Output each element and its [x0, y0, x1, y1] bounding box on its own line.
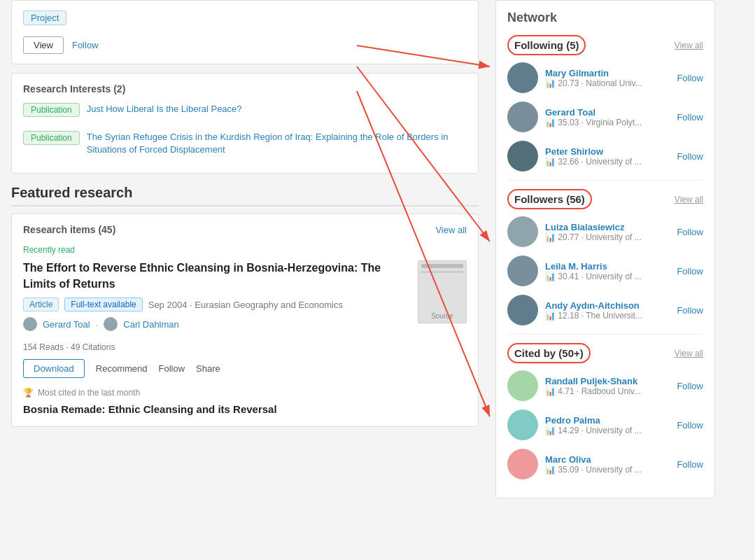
- person-info-gerard: Gerard Toal 📊 35.03 · Virginia Polyt...: [545, 107, 670, 127]
- publication-link-2[interactable]: The Syrian Refugee Crisis in the Kurdish…: [87, 131, 467, 156]
- avatar-pedro: [507, 410, 538, 440]
- person-meta-leila: 📊 30.41 · University of ...: [545, 272, 670, 281]
- follow-peter-button[interactable]: Follow: [677, 151, 703, 162]
- following-title: Following (5): [507, 35, 586, 55]
- person-meta-mary: 📊 20.73 · National Univ...: [545, 78, 670, 88]
- person-info-mary: Mary Gilmartin 📊 20.73 · National Univ..…: [545, 68, 670, 88]
- person-name-peter[interactable]: Peter Shirlow: [545, 146, 670, 157]
- avatar-randall: [507, 370, 538, 401]
- fulltext-tag: Full-text available: [64, 298, 142, 312]
- share-link[interactable]: Share: [196, 363, 220, 374]
- avatar-luiza: [507, 216, 538, 247]
- person-meta-peter: 📊 32.66 · University of ...: [545, 157, 670, 167]
- items-title: Research items (45): [23, 224, 115, 235]
- follow-marc-button[interactable]: Follow: [677, 459, 703, 470]
- follow-article-link[interactable]: Follow: [159, 363, 185, 374]
- follow-luiza-button[interactable]: Follow: [677, 227, 703, 237]
- avatar-peter: [507, 141, 538, 172]
- divider-1: [507, 180, 703, 181]
- recommend-link[interactable]: Recommend: [96, 363, 148, 374]
- follow-andy-button[interactable]: Follow: [677, 305, 703, 316]
- person-meta-pedro: 📊 14.29 · University of ...: [545, 426, 670, 435]
- person-meta-marc: 📊 35.09 · University of ...: [545, 465, 670, 475]
- items-header: Research items (45) View all: [23, 224, 467, 235]
- person-info-leila: Leila M. Harris 📊 30.41 · University of …: [545, 261, 670, 281]
- person-info-andy: Andy Aydın-Aitchison 📊 12.18 · The Unive…: [545, 300, 670, 321]
- person-row-pedro: Pedro Palma 📊 14.29 · University of ... …: [507, 410, 703, 440]
- person-name-gerard[interactable]: Gerard Toal: [545, 107, 670, 118]
- follow-mary-button[interactable]: Follow: [677, 73, 703, 83]
- network-title: Network: [507, 10, 703, 25]
- follow-gerard-button[interactable]: Follow: [677, 112, 703, 122]
- cited-view-all[interactable]: View all: [675, 349, 703, 358]
- person-info-marc: Marc Oliva 📊 35.09 · University of ...: [545, 454, 670, 475]
- article-stats: 154 Reads · 49 Citations: [23, 342, 467, 352]
- avatar-gerard: [507, 102, 538, 132]
- article-tags: Article Full-text available Sep 2004 · E…: [23, 298, 409, 312]
- research-interests-card: Research Interests (2) Publication Just …: [11, 73, 479, 174]
- trophy-icon: 🏆: [23, 388, 34, 398]
- author-avatar-1: [23, 317, 37, 331]
- author-name-2[interactable]: Carl Dahlman: [123, 319, 178, 330]
- recently-read-label: Recently read: [23, 245, 467, 255]
- person-name-pedro[interactable]: Pedro Palma: [545, 415, 670, 426]
- view-all-link[interactable]: View all: [435, 225, 467, 235]
- article-title-2: Bosnia Remade: Ethnic Cleansing and its …: [23, 402, 467, 416]
- follow-button[interactable]: Follow: [72, 40, 99, 50]
- person-info-randall: Randall Puljek-Shank 📊 4.71 · Radboud Un…: [545, 376, 670, 396]
- download-button[interactable]: Download: [23, 359, 85, 378]
- following-view-all[interactable]: View all: [675, 41, 703, 50]
- person-row-gerard: Gerard Toal 📊 35.03 · Virginia Polyt... …: [507, 102, 703, 132]
- person-name-luiza[interactable]: Luiza Bialasiewicz: [545, 222, 670, 232]
- person-name-marc[interactable]: Marc Oliva: [545, 454, 670, 465]
- follow-randall-button[interactable]: Follow: [677, 381, 703, 391]
- avatar-leila: [507, 255, 538, 286]
- followers-view-all[interactable]: View all: [675, 195, 703, 204]
- article-meta: Sep 2004 · Eurasian Geography and Econom…: [148, 300, 343, 310]
- person-row-randall: Randall Puljek-Shank 📊 4.71 · Radboud Un…: [507, 370, 703, 401]
- featured-research-title: Featured research: [11, 185, 479, 206]
- article-content: The Effort to Reverse Ethnic Cleansing i…: [23, 260, 467, 337]
- project-tag: Project: [23, 10, 66, 25]
- following-header: Following (5) View all: [507, 35, 703, 55]
- network-card: Network Following (5) View all Mary Gilm…: [495, 0, 715, 498]
- person-info-luiza: Luiza Bialasiewicz 📊 20.77 · University …: [545, 222, 670, 242]
- follow-leila-button[interactable]: Follow: [677, 266, 703, 276]
- person-name-mary[interactable]: Mary Gilmartin: [545, 68, 670, 78]
- article-info: The Effort to Reverse Ethnic Cleansing i…: [23, 260, 409, 337]
- person-row-leila: Leila M. Harris 📊 30.41 · University of …: [507, 255, 703, 286]
- cited-title: Cited by (50+): [507, 343, 591, 363]
- person-meta-luiza: 📊 20.77 · University of ...: [545, 232, 670, 242]
- person-info-pedro: Pedro Palma 📊 14.29 · University of ...: [545, 415, 670, 435]
- avatar-marc: [507, 449, 538, 479]
- person-meta-gerard: 📊 35.03 · Virginia Polyt...: [545, 118, 670, 127]
- person-row-luiza: Luiza Bialasiewicz 📊 20.77 · University …: [507, 216, 703, 247]
- article-title: The Effort to Reverse Ethnic Cleansing i…: [23, 260, 409, 292]
- publication-link-1[interactable]: Just How Liberal Is the Liberal Peace?: [87, 103, 242, 115]
- publication-tag-1: Publication: [23, 103, 80, 117]
- project-card: Project View Follow: [11, 0, 479, 64]
- left-panel: Project View Follow Research Interests (…: [0, 0, 490, 498]
- person-row-andy: Andy Aydın-Aitchison 📊 12.18 · The Unive…: [507, 295, 703, 326]
- article-actions: Download Recommend Follow Share: [23, 359, 467, 378]
- right-panel: Network Following (5) View all Mary Gilm…: [490, 0, 721, 498]
- authors-row: Gerard Toal · Carl Dahlman: [23, 317, 409, 331]
- view-button[interactable]: View: [23, 36, 64, 54]
- research-interests-title: Research Interests (2): [23, 83, 467, 94]
- publication-row-1: Publication Just How Liberal Is the Libe…: [23, 103, 467, 124]
- person-info-peter: Peter Shirlow 📊 32.66 · University of ..…: [545, 146, 670, 167]
- article-thumbnail: Source: [418, 260, 467, 323]
- person-meta-andy: 📊 12.18 · The Universit...: [545, 311, 670, 321]
- person-row-mary: Mary Gilmartin 📊 20.73 · National Univ..…: [507, 62, 703, 93]
- avatar-mary: [507, 62, 538, 93]
- person-name-andy[interactable]: Andy Aydın-Aitchison: [545, 300, 670, 311]
- follow-pedro-button[interactable]: Follow: [677, 420, 703, 430]
- followers-header: Followers (56) View all: [507, 189, 703, 209]
- person-row-peter: Peter Shirlow 📊 32.66 · University of ..…: [507, 141, 703, 172]
- person-name-leila[interactable]: Leila M. Harris: [545, 261, 670, 272]
- person-row-marc: Marc Oliva 📊 35.09 · University of ... F…: [507, 449, 703, 479]
- research-items-card: Research items (45) View all Recently re…: [11, 214, 479, 427]
- source-label: Source: [431, 312, 453, 320]
- person-name-randall[interactable]: Randall Puljek-Shank: [545, 376, 670, 386]
- author-name-1[interactable]: Gerard Toal: [43, 319, 90, 330]
